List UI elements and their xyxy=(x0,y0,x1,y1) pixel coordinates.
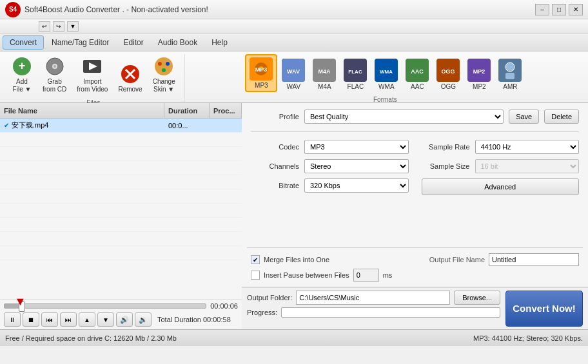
format-ogg-button[interactable]: OGG OGG xyxy=(433,57,463,92)
merge-row: ✔ Merge Files into One Output File Name xyxy=(251,253,579,266)
quick-toolbar: ↩ ↪ ▼ xyxy=(0,19,588,34)
ribbon-format-buttons: MP3 MP3 WAV WAV M4A M4A FLAC xyxy=(245,54,525,95)
svg-point-11 xyxy=(158,62,162,66)
browse-button[interactable]: Browse... xyxy=(454,291,500,305)
next-button[interactable]: ⏭ xyxy=(60,312,77,327)
channels-select[interactable]: Stereo xyxy=(304,159,409,173)
format-m4a-button[interactable]: M4A M4A xyxy=(309,57,339,92)
save-profile-button[interactable]: Save xyxy=(509,110,539,124)
minimize-button[interactable]: – xyxy=(535,4,549,15)
wma-label: WMA xyxy=(378,83,394,90)
format-wav-button[interactable]: WAV WAV xyxy=(279,57,308,92)
format-wma-button[interactable]: WMA WMA xyxy=(371,57,401,92)
quick-back-btn[interactable]: ↩ xyxy=(39,21,50,32)
ogg-icon: OGG xyxy=(436,59,460,82)
remove-label: Remove xyxy=(118,86,142,93)
amr-label: AMR xyxy=(503,83,517,90)
svg-point-10 xyxy=(155,57,173,75)
svg-point-13 xyxy=(162,68,166,72)
remove-icon xyxy=(120,64,141,84)
menu-nametag[interactable]: Name/Tag Editor xyxy=(45,36,115,49)
sample-rate-select[interactable]: 44100 Hz xyxy=(475,140,580,154)
close-button[interactable]: ✕ xyxy=(569,4,583,15)
pause-checkbox[interactable] xyxy=(251,271,260,280)
settings-area: Profile Best Quality Save Delete Codec xyxy=(242,103,588,287)
format-aac-button[interactable]: AAC AAC xyxy=(402,57,432,92)
menu-help[interactable]: Help xyxy=(205,36,234,49)
sample-size-label: Sample Size xyxy=(422,162,470,170)
flac-icon: FLAC xyxy=(344,59,367,82)
svg-text:WAV: WAV xyxy=(287,68,300,75)
main-area: File Name Duration Proc... ✔ 安下载.mp4 00:… xyxy=(0,103,588,329)
seek-bar[interactable]: ▼ xyxy=(4,303,206,309)
table-row xyxy=(0,204,242,218)
svg-text:AAC: AAC xyxy=(411,68,424,75)
prev-button[interactable]: ⏮ xyxy=(41,312,58,327)
status-bar: Free / Required space on drive C: 12620 … xyxy=(0,329,588,346)
format-amr-button[interactable]: AMR xyxy=(495,57,525,92)
m4a-icon: M4A xyxy=(313,59,336,82)
convert-now-button[interactable]: Convert Now! xyxy=(505,291,583,327)
progress-bar-container xyxy=(281,307,500,318)
col-filename: File Name xyxy=(0,103,164,118)
grab-cd-label: Grabfrom CD xyxy=(43,78,66,93)
settings-panel: Profile Best Quality Save Delete Codec xyxy=(242,103,588,247)
maximize-button[interactable]: □ xyxy=(552,4,566,15)
output-name-input[interactable] xyxy=(489,253,579,266)
advanced-button[interactable]: Advanced xyxy=(422,178,580,195)
m4a-label: M4A xyxy=(318,83,331,90)
window-title: Soft4Boost Audio Converter . - Non-activ… xyxy=(24,5,208,14)
menu-convert[interactable]: Convert xyxy=(3,35,44,50)
codec-select[interactable]: MP3 xyxy=(304,140,409,154)
bitrate-row: Bitrate 320 Kbps xyxy=(251,178,409,193)
output-section: Output Folder: Browse... Progress: xyxy=(247,291,500,327)
right-panel: Profile Best Quality Save Delete Codec xyxy=(242,103,588,329)
seek-time-label: 00:00:06 xyxy=(210,302,238,310)
ms-label: ms xyxy=(383,271,393,279)
grab-cd-button[interactable]: Grabfrom CD xyxy=(39,54,70,95)
mp2-icon: MP2 xyxy=(467,59,491,82)
volume-extra-button[interactable]: 🔉 xyxy=(135,312,152,327)
quick-fwd-btn[interactable]: ↪ xyxy=(53,21,64,32)
move-down-button[interactable]: ▼ xyxy=(97,312,114,327)
play-pause-button[interactable]: ⏸ xyxy=(4,312,21,327)
title-bar: S4 Soft4Boost Audio Converter . - Non-ac… xyxy=(0,0,588,19)
ogg-label: OGG xyxy=(441,83,456,90)
merge-checkbox[interactable]: ✔ xyxy=(251,255,260,264)
add-file-button[interactable]: + AddFile ▼ xyxy=(8,54,36,95)
menu-audiobook[interactable]: Audio Book xyxy=(152,36,204,49)
output-path-input[interactable] xyxy=(296,291,450,305)
seek-handle[interactable] xyxy=(19,302,25,312)
stop-button[interactable]: ⏹ xyxy=(23,312,39,327)
volume-button[interactable]: 🔊 xyxy=(116,312,133,327)
convert-btn-wrapper: Convert Now! xyxy=(505,291,583,327)
wma-icon: WMA xyxy=(375,59,398,82)
table-row xyxy=(0,218,242,232)
remove-button[interactable]: Remove xyxy=(114,62,146,95)
menu-editor[interactable]: Editor xyxy=(117,36,150,49)
table-row xyxy=(0,189,242,204)
svg-text:MP3: MP3 xyxy=(255,66,268,73)
ms-input[interactable] xyxy=(353,269,379,282)
table-row xyxy=(0,232,242,246)
progress-row: Progress: xyxy=(247,307,500,318)
bitrate-select[interactable]: 320 Kbps xyxy=(304,178,409,193)
svg-text:FLAC: FLAC xyxy=(349,69,363,75)
app-icon: S4 xyxy=(5,2,21,17)
quick-menu-btn[interactable]: ▼ xyxy=(67,21,79,32)
flac-label: FLAC xyxy=(348,83,364,90)
col-duration: Duration xyxy=(164,103,210,118)
format-flac-button[interactable]: FLAC FLAC xyxy=(340,57,370,92)
table-row[interactable]: ✔ 安下载.mp4 00:0... xyxy=(0,119,242,133)
move-up-button[interactable]: ▲ xyxy=(79,312,95,327)
change-skin-button[interactable]: ChangeSkin ▼ xyxy=(149,54,179,95)
format-mp2-button[interactable]: MP2 MP2 xyxy=(464,57,494,92)
table-row xyxy=(0,147,242,161)
import-video-button[interactable]: Importfrom Video xyxy=(73,54,112,95)
import-video-icon xyxy=(82,56,103,77)
file-list: ✔ 安下载.mp4 00:0... xyxy=(0,119,242,299)
profile-select[interactable]: Best Quality xyxy=(304,110,504,124)
delete-profile-button[interactable]: Delete xyxy=(544,110,579,124)
format-mp3-button[interactable]: MP3 MP3 xyxy=(245,54,277,92)
table-row xyxy=(0,246,242,260)
